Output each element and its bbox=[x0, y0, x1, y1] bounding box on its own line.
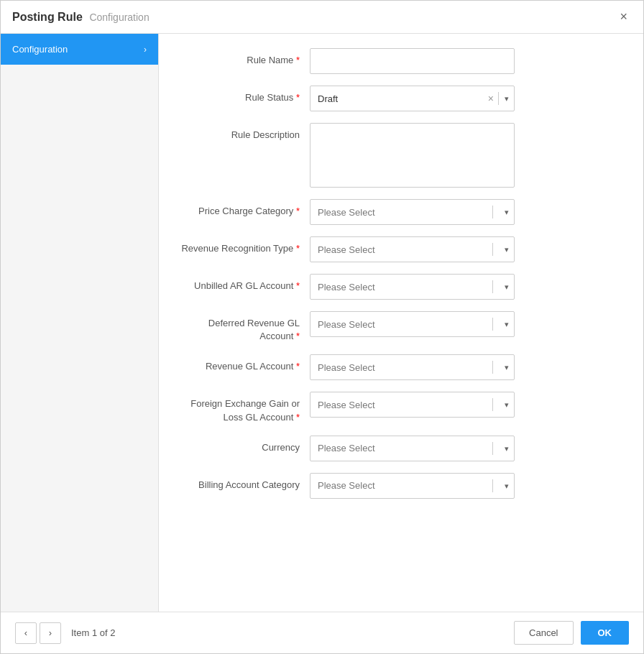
foreign-exchange-label: Foreign Exchange Gain or Loss GL Account… bbox=[173, 392, 310, 423]
revenue-recognition-type-wrapper: Please Select ▾ bbox=[310, 236, 515, 262]
required-star-6: * bbox=[296, 331, 300, 341]
rule-status-label: Rule Status * bbox=[173, 86, 310, 104]
required-star-3: * bbox=[296, 206, 300, 216]
modal-title: Posting Rule bbox=[12, 11, 83, 23]
required-star-4: * bbox=[296, 243, 300, 254]
deferred-revenue-gl-account-select[interactable]: Please Select bbox=[310, 311, 515, 337]
billing-account-category-label: Billing Account Category bbox=[173, 473, 310, 492]
content-area: Rule Name * Rule Status * Draft Active I… bbox=[159, 34, 643, 612]
price-charge-category-select[interactable]: Please Select bbox=[310, 199, 515, 225]
footer-actions: Cancel OK bbox=[514, 621, 629, 645]
foreign-exchange-select[interactable]: Please Select bbox=[310, 392, 515, 418]
currency-wrapper: Please Select ▾ bbox=[310, 436, 515, 461]
cancel-button[interactable]: Cancel bbox=[514, 621, 573, 645]
rule-name-label: Rule Name * bbox=[173, 48, 310, 67]
rule-status-row: Rule Status * Draft Active Inactive × ▾ bbox=[173, 86, 615, 111]
ok-button[interactable]: OK bbox=[581, 621, 630, 645]
unbilled-ar-gl-account-row: Unbilled AR GL Account * Please Select ▾ bbox=[173, 274, 615, 300]
modal-body: Configuration › Rule Name * Rule Status … bbox=[1, 34, 643, 612]
rule-name-input[interactable] bbox=[310, 48, 515, 74]
required-star: * bbox=[296, 55, 300, 65]
modal-subtitle: Configuration bbox=[85, 11, 149, 23]
unbilled-ar-gl-account-wrapper: Please Select ▾ bbox=[310, 274, 515, 300]
posting-rule-modal: Posting Rule Configuration × Configurati… bbox=[0, 0, 644, 654]
foreign-exchange-row: Foreign Exchange Gain or Loss GL Account… bbox=[173, 392, 615, 423]
billing-account-category-select[interactable]: Please Select bbox=[310, 473, 515, 499]
item-info: Item 1 of 2 bbox=[71, 627, 115, 638]
foreign-exchange-wrapper: Please Select ▾ bbox=[310, 392, 515, 418]
next-button[interactable]: › bbox=[40, 622, 61, 644]
price-charge-category-row: Price Charge Category * Please Select ▾ bbox=[173, 199, 615, 225]
unbilled-ar-gl-account-select[interactable]: Please Select bbox=[310, 274, 515, 300]
close-button[interactable]: × bbox=[615, 8, 632, 26]
billing-account-category-wrapper: Please Select ▾ bbox=[310, 473, 515, 499]
required-star-7: * bbox=[296, 361, 300, 372]
rule-status-clear-button[interactable]: × bbox=[484, 93, 498, 104]
price-charge-category-label: Price Charge Category * bbox=[173, 199, 310, 218]
currency-label: Currency bbox=[173, 436, 310, 454]
price-charge-category-wrapper: Please Select ▾ bbox=[310, 199, 515, 225]
currency-row: Currency Please Select ▾ bbox=[173, 436, 615, 461]
modal-footer: ‹ › Item 1 of 2 Cancel OK bbox=[1, 612, 643, 653]
rule-description-row: Rule Description bbox=[173, 123, 615, 188]
chevron-right-icon: › bbox=[144, 45, 147, 55]
revenue-recognition-type-select[interactable]: Please Select bbox=[310, 236, 515, 262]
required-star-2: * bbox=[296, 92, 300, 103]
revenue-gl-account-select[interactable]: Please Select bbox=[310, 354, 515, 380]
revenue-recognition-type-label: Revenue Recognition Type * bbox=[173, 236, 310, 255]
sidebar-item-label: Configuration bbox=[12, 44, 68, 55]
rule-name-row: Rule Name * bbox=[173, 48, 615, 74]
deferred-revenue-gl-account-wrapper: Please Select ▾ bbox=[310, 311, 515, 337]
modal-header: Posting Rule Configuration × bbox=[1, 1, 643, 34]
sidebar-item-configuration[interactable]: Configuration › bbox=[1, 34, 158, 65]
sidebar: Configuration › bbox=[1, 34, 159, 612]
revenue-gl-account-wrapper: Please Select ▾ bbox=[310, 354, 515, 380]
modal-title-group: Posting Rule Configuration bbox=[12, 11, 150, 24]
rule-description-label: Rule Description bbox=[173, 123, 310, 142]
rule-status-chevron-icon[interactable]: ▾ bbox=[499, 94, 515, 103]
billing-account-category-row: Billing Account Category Please Select ▾ bbox=[173, 473, 615, 499]
deferred-revenue-gl-account-row: Deferred Revenue GL Account * Please Sel… bbox=[173, 311, 615, 343]
footer-nav: ‹ › Item 1 of 2 bbox=[15, 622, 115, 644]
revenue-gl-account-row: Revenue GL Account * Please Select ▾ bbox=[173, 354, 615, 380]
required-star-8: * bbox=[296, 412, 300, 423]
currency-select[interactable]: Please Select bbox=[310, 436, 515, 461]
prev-button[interactable]: ‹ bbox=[15, 622, 37, 644]
deferred-revenue-gl-account-label: Deferred Revenue GL Account * bbox=[173, 311, 310, 343]
unbilled-ar-gl-account-label: Unbilled AR GL Account * bbox=[173, 274, 310, 293]
rule-description-input[interactable] bbox=[310, 123, 515, 188]
revenue-gl-account-label: Revenue GL Account * bbox=[173, 354, 310, 373]
rule-status-controls: × ▾ bbox=[484, 86, 515, 111]
revenue-recognition-type-row: Revenue Recognition Type * Please Select… bbox=[173, 236, 615, 262]
required-star-5: * bbox=[296, 280, 300, 291]
rule-status-wrapper: Draft Active Inactive × ▾ bbox=[310, 86, 515, 111]
